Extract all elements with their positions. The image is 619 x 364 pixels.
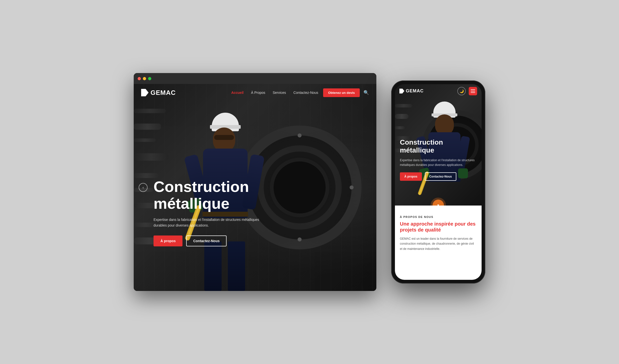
nav-link-accueil[interactable]: Accueil	[231, 91, 244, 95]
hero-title: Construction métallique	[154, 178, 272, 212]
bg-pipe-4	[134, 153, 168, 161]
scene: GEMAC Accueil À Propos Services Contacte…	[0, 0, 619, 364]
phone-logo-icon	[399, 89, 404, 94]
bg-pipe-3	[134, 138, 156, 142]
maximize-dot[interactable]	[148, 77, 151, 80]
phone-device: GEMAC 🌙 Construct	[391, 80, 485, 284]
nav-link-apropos[interactable]: À Propos	[251, 91, 265, 95]
phone-pipe-1	[395, 104, 412, 107]
phone-logo: GEMAC	[399, 88, 424, 94]
hero-buttons: À propos Contactez-Nous	[154, 235, 272, 246]
phone-hero-buttons: À propos Contactez-Nous	[400, 172, 477, 181]
hamburger-line-2	[471, 91, 475, 91]
phone-pipe-2	[395, 114, 409, 119]
phone-logo-text: GEMAC	[406, 88, 424, 94]
bg-pipe-1	[134, 109, 166, 113]
phone-hero-description: Expertise dans la fabrication et l'insta…	[400, 158, 477, 167]
phone-about-section: À PROPOS DE NOUS Une approche inspirée p…	[395, 206, 482, 280]
about-eyebrow: À PROPOS DE NOUS	[400, 215, 477, 218]
browser-titlebar	[134, 73, 376, 84]
minimize-dot[interactable]	[143, 77, 146, 80]
nav-cta-button[interactable]: Obtenez un devis	[323, 88, 360, 97]
phone-navbar: GEMAC 🌙	[395, 84, 482, 98]
about-description: GEMAC est un leader dans la fourniture d…	[400, 236, 477, 251]
phone-apropos-button[interactable]: À propos	[400, 172, 422, 181]
nav-link-services[interactable]: Services	[273, 91, 286, 95]
hero-contact-button[interactable]: Contactez-Nous	[186, 235, 227, 246]
phone-nav-right: 🌙	[457, 87, 477, 95]
close-dot[interactable]	[138, 77, 141, 80]
hero-content: Construction métallique Expertise dans l…	[154, 178, 272, 246]
hero-apropos-button[interactable]: À propos	[154, 235, 182, 246]
about-title: Une approche inspirée pour des projets d…	[400, 221, 477, 233]
search-icon[interactable]: 🔍	[363, 90, 369, 95]
bg-pipe-2	[134, 124, 161, 130]
logo-text: GEMAC	[151, 89, 176, 97]
nav-logo: GEMAC	[141, 89, 176, 97]
phone-pipe-3	[395, 126, 405, 129]
hamburger-menu-button[interactable]	[469, 87, 477, 95]
phone-hero-title: Construction métallique	[400, 138, 477, 154]
phone-hero-content: Construction métallique Expertise dans l…	[400, 138, 477, 181]
phone-screen: GEMAC 🌙 Construct	[395, 84, 482, 280]
bg-pipe-5	[134, 173, 158, 178]
desktop-navbar: GEMAC Accueil À Propos Services Contacte…	[134, 84, 376, 101]
slider-prev-arrow[interactable]: ‹	[139, 183, 148, 192]
dark-mode-toggle[interactable]: 🌙	[457, 87, 466, 95]
hamburger-line-3	[471, 92, 475, 93]
phone-contact-button[interactable]: Contactez-Nous	[425, 172, 456, 181]
nav-links: Accueil À Propos Services Contactez-Nous	[231, 90, 318, 95]
phone-hero: GEMAC 🌙 Construct	[395, 84, 482, 206]
hero-description: Expertise dans la fabrication et l'insta…	[154, 217, 272, 228]
browser-content: GEMAC Accueil À Propos Services Contacte…	[134, 84, 376, 291]
nav-link-contact[interactable]: Contactez-Nous	[293, 91, 318, 95]
browser-window: GEMAC Accueil À Propos Services Contacte…	[134, 73, 376, 291]
hamburger-line-1	[471, 89, 475, 90]
moon-icon: 🌙	[460, 89, 464, 93]
logo-icon	[141, 89, 149, 96]
